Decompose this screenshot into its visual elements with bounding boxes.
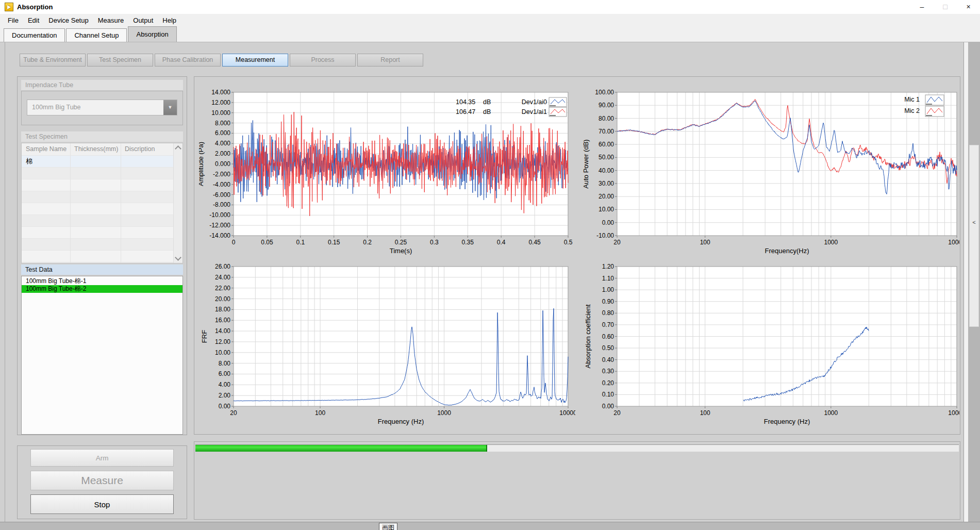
arm-button[interactable]: Arm (30, 449, 174, 467)
bottom-tab[interactable]: 画图 (379, 523, 397, 530)
subtab-process[interactable]: Process (290, 54, 356, 67)
svg-text:6.00: 6.00 (219, 370, 231, 377)
table-row-empty (22, 203, 182, 214)
test-data-item[interactable]: 100mm Big Tube-棉-2 (22, 285, 182, 293)
test-data-list: 100mm Big Tube-棉-1100mm Big Tube-棉-2 (21, 276, 183, 435)
svg-text:4.000: 4.000 (215, 140, 230, 147)
subtab-strip: Tube & EnvironmentTest SpecimenPhase Cal… (20, 54, 423, 67)
svg-text:-14.000: -14.000 (209, 232, 230, 239)
app-icon (5, 3, 13, 11)
svg-text:Frequency(Hz): Frequency(Hz) (765, 247, 809, 255)
svg-text:Mic 1: Mic 1 (904, 96, 920, 103)
menu-help[interactable]: Help (158, 14, 181, 27)
svg-text:0.90: 0.90 (602, 298, 614, 305)
maximize-button[interactable]: □ (934, 0, 957, 14)
play-icon (7, 5, 11, 9)
subtab-test-specimen[interactable]: Test Specimen (87, 54, 153, 67)
svg-text:0.35: 0.35 (462, 239, 474, 246)
svg-text:100: 100 (700, 409, 710, 417)
svg-text:Frequency (Hz): Frequency (Hz) (378, 418, 424, 425)
svg-text:20: 20 (613, 409, 621, 417)
svg-text:0.20: 0.20 (602, 379, 614, 387)
subtab-report[interactable]: Report (357, 54, 423, 67)
svg-text:100: 100 (700, 239, 710, 246)
dropdown-arrow-icon[interactable]: ▼ (163, 100, 177, 115)
svg-text:1.00: 1.00 (602, 286, 614, 293)
progress-fill (195, 445, 487, 452)
table-scrollbar[interactable] (173, 143, 182, 263)
svg-text:1000: 1000 (437, 409, 451, 417)
svg-text:1000: 1000 (824, 239, 838, 246)
svg-text:12.000: 12.000 (211, 99, 230, 106)
progress-panel (194, 441, 960, 520)
svg-text:22.00: 22.00 (215, 285, 230, 292)
panel-left-edge (5, 42, 5, 522)
svg-text:26.00: 26.00 (215, 263, 230, 270)
svg-text:100.00: 100.00 (595, 89, 614, 96)
test-data-item[interactable]: 100mm Big Tube-棉-1 (22, 277, 182, 285)
menu-file[interactable]: File (3, 14, 23, 27)
svg-text:2.00: 2.00 (219, 392, 231, 399)
svg-text:-6.000: -6.000 (213, 191, 230, 198)
svg-text:70.00: 70.00 (599, 128, 614, 135)
scroll-down-icon[interactable] (175, 254, 181, 261)
table-row-empty (22, 191, 182, 203)
table-header-row: Sample NameThickness(mm)Discription (22, 143, 182, 155)
svg-text:Absorption coefficient: Absorption coefficient (584, 304, 592, 368)
subtab-phase-calibration[interactable]: Phase Calibration (155, 54, 221, 67)
table-row[interactable]: 棉 (22, 155, 182, 167)
scrollbar-thumb[interactable]: < (969, 145, 979, 327)
table-row-empty (22, 226, 182, 238)
svg-text:Auto Power (dB): Auto Power (dB) (583, 139, 590, 188)
time-domain-chart: -14.000-12.000-10.000-8.000-6.000-4.000-… (199, 82, 575, 258)
table-cell: 棉 (22, 156, 70, 167)
svg-text:10.000: 10.000 (211, 109, 230, 117)
column-divider (70, 143, 71, 263)
menu-output[interactable]: Output (128, 14, 158, 27)
title-bar: Absorption – □ × (0, 0, 980, 14)
svg-text:18.00: 18.00 (215, 306, 230, 313)
svg-text:0.00: 0.00 (602, 219, 614, 226)
menu-device-setup[interactable]: Device Setup (44, 14, 93, 27)
scroll-up-icon[interactable] (175, 145, 181, 152)
subtab-tube-environment[interactable]: Tube & Environment (20, 54, 86, 67)
menu-edit[interactable]: Edit (23, 14, 44, 27)
right-scrollbar[interactable]: < (968, 42, 980, 522)
svg-text:0.15: 0.15 (328, 239, 340, 246)
tab-channel-setup[interactable]: Channel Setup (66, 28, 127, 42)
svg-text:106.47: 106.47 (456, 108, 475, 115)
minimize-button[interactable]: – (910, 0, 934, 14)
svg-text:Time(s): Time(s) (390, 247, 412, 255)
grid (231, 267, 568, 408)
svg-text:-10.00: -10.00 (596, 232, 614, 239)
collapse-left-icon[interactable]: < (970, 219, 978, 225)
svg-text:90.00: 90.00 (599, 102, 614, 109)
stop-button[interactable]: Stop (30, 494, 174, 514)
svg-text:10000: 10000 (948, 239, 959, 246)
svg-text:20: 20 (613, 239, 621, 246)
svg-text:-4.000: -4.000 (213, 181, 230, 188)
svg-text:8.000: 8.000 (215, 120, 230, 127)
svg-text:100: 100 (315, 409, 325, 417)
svg-text:dB: dB (483, 98, 491, 106)
column-header-discription: Discription (121, 143, 170, 155)
impedance-tube-value: 100mm Big Tube (27, 100, 163, 115)
tab-documentation[interactable]: Documentation (4, 28, 65, 42)
tab-absorption[interactable]: Absorption (128, 26, 176, 42)
impedance-tube-dropdown[interactable]: 100mm Big Tube ▼ (27, 100, 177, 115)
svg-text:-8.000: -8.000 (213, 201, 230, 208)
measure-button[interactable]: Measure (30, 471, 174, 490)
svg-text:dB: dB (483, 108, 491, 115)
absorption-coefficient-chart: 0.000.100.200.300.400.500.600.700.800.90… (583, 258, 959, 430)
svg-text:0.45: 0.45 (528, 239, 541, 246)
svg-text:50.00: 50.00 (599, 154, 614, 161)
menu-measure[interactable]: Measure (93, 14, 129, 27)
subtab-measurement[interactable]: Measurement (222, 54, 288, 67)
close-button[interactable]: × (957, 0, 980, 14)
svg-text:16.00: 16.00 (215, 317, 230, 324)
svg-text:8.00: 8.00 (219, 360, 231, 367)
column-divider (121, 143, 121, 263)
svg-text:0.2: 0.2 (363, 239, 372, 246)
svg-text:14.00: 14.00 (215, 327, 230, 335)
svg-text:20.00: 20.00 (215, 295, 230, 303)
